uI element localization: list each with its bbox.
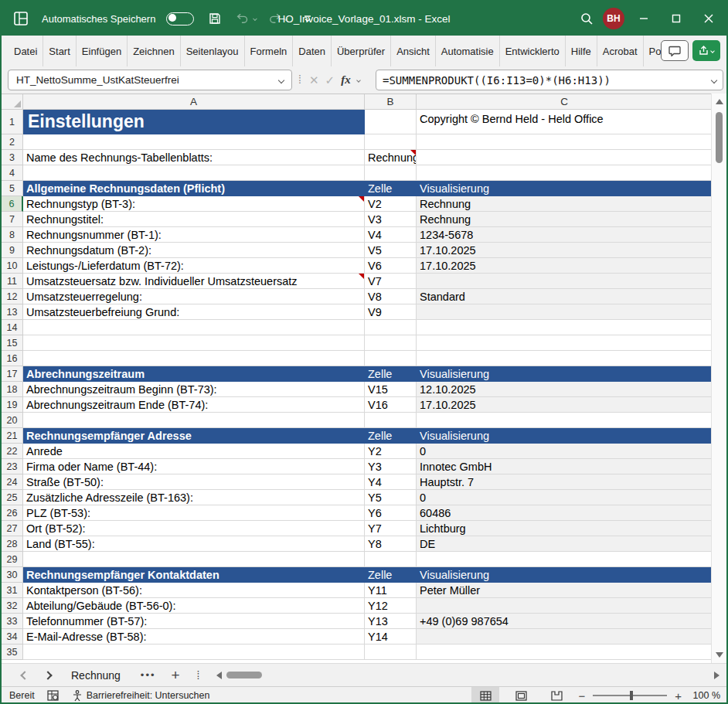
row-header-22[interactable]: 22 <box>2 444 23 459</box>
row-header-15[interactable]: 15 <box>2 335 23 351</box>
cell-A17[interactable]: Abrechnungszeitraum <box>23 366 365 382</box>
search-icon[interactable] <box>577 9 597 29</box>
cell-B13[interactable]: V9 <box>365 304 417 320</box>
cell-A6[interactable]: Rechnungstyp (BT-3): <box>23 196 365 212</box>
cell-A4[interactable] <box>23 165 365 181</box>
maximize-button[interactable] <box>663 7 689 30</box>
ribbon-tab-entwicklerto[interactable]: Entwicklerto <box>500 36 566 66</box>
cell-A26[interactable]: PLZ (BT-53): <box>23 505 365 521</box>
cell-B35[interactable] <box>365 644 417 660</box>
cell-C33[interactable]: +49 (0)69 987654 <box>417 614 713 629</box>
cell-C17[interactable]: Visualisierung <box>417 366 713 382</box>
row-header-28[interactable]: 28 <box>2 536 23 552</box>
row-header-27[interactable]: 27 <box>2 521 23 536</box>
normal-view-icon[interactable] <box>471 687 499 704</box>
page-layout-view-icon[interactable] <box>507 687 535 704</box>
cell-C28[interactable]: DE <box>417 536 713 552</box>
row-header-3[interactable]: 3 <box>2 150 23 165</box>
macro-record-icon[interactable] <box>47 690 60 702</box>
cell-C19[interactable]: 17.10.2025 <box>417 397 713 413</box>
row-header-32[interactable]: 32 <box>2 598 23 614</box>
cell-B7[interactable]: V3 <box>365 212 417 227</box>
row-header-12[interactable]: 12 <box>2 289 23 304</box>
row-header-11[interactable]: 11 <box>2 274 23 289</box>
row-header-33[interactable]: 33 <box>2 614 23 629</box>
cancel-icon[interactable]: ✕ <box>309 73 319 87</box>
ribbon-tab-formeln[interactable]: Formeln <box>245 36 294 66</box>
cell-A18[interactable]: Abrechnungszeitraum Beginn (BT-73): <box>23 382 365 397</box>
cell-C12[interactable]: Standard <box>417 289 713 304</box>
row-header-9[interactable]: 9 <box>2 243 23 258</box>
zoom-level[interactable]: 100 % <box>689 690 720 701</box>
cell-B11[interactable]: V7 <box>365 274 417 289</box>
cell-C34[interactable] <box>417 629 713 644</box>
cell-A9[interactable]: Rechnungsdatum (BT-2): <box>23 243 365 258</box>
cell-B28[interactable]: Y8 <box>365 536 417 552</box>
scroll-up-icon[interactable] <box>716 99 723 104</box>
cell-C18[interactable]: 12.10.2025 <box>417 382 713 397</box>
cell-B23[interactable]: Y3 <box>365 459 417 474</box>
cell-B22[interactable]: Y2 <box>365 444 417 459</box>
cell-B34[interactable]: Y14 <box>365 629 417 644</box>
avatar[interactable]: BH <box>603 8 624 29</box>
cell-C35[interactable] <box>417 644 713 660</box>
minimize-button[interactable] <box>631 7 657 30</box>
cell-B27[interactable]: Y7 <box>365 521 417 536</box>
ribbon-tab-einf-gen[interactable]: Einfügen <box>77 36 128 66</box>
cell-B10[interactable]: V6 <box>365 258 417 274</box>
cell-B8[interactable]: V4 <box>365 227 417 243</box>
cell-B29[interactable] <box>365 552 417 567</box>
ribbon-tab--berpr-fer[interactable]: Überprüfer <box>332 36 391 66</box>
ribbon-tab-zeichnen[interactable]: Zeichnen <box>128 36 180 66</box>
cell-A5[interactable]: Allgemeine Rechnungsdaten (Pflicht) <box>23 181 365 196</box>
row-header-20[interactable]: 20 <box>2 413 23 428</box>
cell-A19[interactable]: Abrechnungszeitraum Ende (BT-74): <box>23 397 365 413</box>
ribbon-tab-daten[interactable]: Daten <box>293 36 332 66</box>
row-header-24[interactable]: 24 <box>2 474 23 490</box>
cell-A29[interactable] <box>23 552 365 567</box>
row-header-21[interactable]: 21 <box>2 428 23 444</box>
sheet-tab-rechnung[interactable]: Rechnung <box>51 669 141 682</box>
cell-B20[interactable] <box>365 413 417 428</box>
cell-C23[interactable]: Innotec GmbH <box>417 459 713 474</box>
cell-C32[interactable] <box>417 598 713 614</box>
cell-C29[interactable] <box>417 552 713 567</box>
row-header-26[interactable]: 26 <box>2 505 23 521</box>
row-header-6[interactable]: 6 <box>2 196 23 212</box>
hscroll-left-icon[interactable] <box>216 672 222 679</box>
cell-B19[interactable]: V16 <box>365 397 417 413</box>
save-icon[interactable] <box>205 9 225 29</box>
cell-C21[interactable]: Visualisierung <box>417 428 713 444</box>
cell-C9[interactable]: 17.10.2025 <box>417 243 713 258</box>
zoom-out-button[interactable]: − <box>578 689 585 702</box>
row-header-7[interactable]: 7 <box>2 212 23 227</box>
excel-app-icon[interactable] <box>11 9 31 29</box>
cell-A27[interactable]: Ort (BT-52): <box>23 521 365 536</box>
fx-chevron-icon[interactable] <box>356 78 361 83</box>
cell-A2[interactable] <box>23 134 365 150</box>
cell-B6[interactable]: V2 <box>365 196 417 212</box>
column-header-B[interactable]: B <box>365 94 417 110</box>
row-header-4[interactable]: 4 <box>2 165 23 181</box>
cell-C14[interactable] <box>417 320 713 335</box>
cell-C15[interactable] <box>417 335 713 351</box>
row-header-13[interactable]: 13 <box>2 304 23 320</box>
row-header-30[interactable]: 30 <box>2 567 23 583</box>
cell-C25[interactable]: 0 <box>417 490 713 505</box>
cell-C7[interactable]: Rechnung <box>417 212 713 227</box>
row-header-2[interactable]: 2 <box>2 134 23 150</box>
cell-A21[interactable]: Rechnungsempfänger Adresse <box>23 428 365 444</box>
cell-B15[interactable] <box>365 335 417 351</box>
row-header-29[interactable]: 29 <box>2 552 23 567</box>
cell-C2[interactable] <box>417 134 713 150</box>
close-button[interactable] <box>696 7 722 30</box>
cell-B9[interactable]: V5 <box>365 243 417 258</box>
cell-C6[interactable]: Rechnung <box>417 196 713 212</box>
cell-C5[interactable]: Visualisierung <box>417 181 713 196</box>
cell-A30[interactable]: Rechnungsempfänger Kontaktdaten <box>23 567 365 583</box>
insert-function-icon[interactable]: fx <box>341 73 351 87</box>
cell-A14[interactable] <box>23 320 365 335</box>
row-header-1[interactable]: 1 <box>2 110 23 134</box>
cell-A24[interactable]: Straße (BT-50): <box>23 474 365 490</box>
cell-A11[interactable]: Umsatzsteuersatz bzw. Individueller Umsa… <box>23 274 365 289</box>
